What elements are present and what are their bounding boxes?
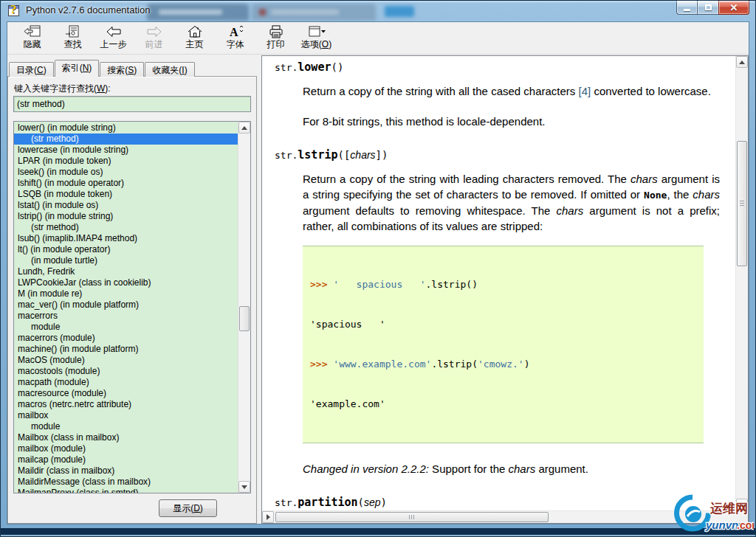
list-item[interactable]: machine() (in module platform) bbox=[14, 344, 238, 355]
text-run: chars bbox=[693, 188, 720, 201]
list-item-label: macpath (module) bbox=[18, 377, 89, 387]
list-item[interactable]: LPAR (in module token) bbox=[14, 156, 238, 167]
close-button[interactable]: ✕ bbox=[718, 1, 749, 15]
list-item[interactable]: Lundh, Fredrik bbox=[14, 266, 238, 277]
list-scroll-up-button[interactable] bbox=[238, 122, 250, 134]
content-horizontal-scrollbar[interactable] bbox=[262, 510, 735, 523]
main-area: 目录(C) 索引(N) 搜索(S) 收藏夹(I) 键入关键字进行查找(W): l… bbox=[7, 55, 749, 524]
content-vertical-scrollbar[interactable] bbox=[735, 56, 748, 510]
list-item-label: macros (netrc.netrc attribute) bbox=[18, 399, 131, 409]
home-label: 主页 bbox=[186, 39, 204, 49]
list-item[interactable]: lshift() (in module operator) bbox=[14, 178, 238, 189]
list-item[interactable]: macerrors (module) bbox=[14, 333, 238, 344]
list-item-label: mac_ver() (in module platform) bbox=[18, 299, 139, 310]
list-item[interactable]: macerrors bbox=[14, 311, 238, 322]
list-scroll-thumb[interactable] bbox=[239, 306, 250, 331]
arrow-up-icon bbox=[739, 58, 745, 64]
list-item[interactable]: MacOS (module) bbox=[14, 355, 238, 366]
print-button[interactable]: 打印 bbox=[255, 24, 296, 53]
show-button[interactable]: 显示(D) bbox=[159, 499, 217, 517]
code-line: 'spacious ' bbox=[310, 318, 696, 331]
list-item[interactable]: macpath (module) bbox=[14, 377, 238, 388]
list-item[interactable]: lower() (in module string) bbox=[14, 122, 238, 134]
scrollbar-corner bbox=[735, 510, 748, 523]
list-item[interactable]: Mailbox (class in mailbox) bbox=[14, 432, 238, 443]
locate-label: 查找 bbox=[64, 39, 82, 49]
list-item[interactable]: lt() (in module operator) bbox=[14, 244, 238, 255]
text-run: 'www.example.com' bbox=[333, 358, 431, 370]
back-label: 上一步 bbox=[100, 39, 127, 49]
hide-button[interactable]: 隐藏 bbox=[12, 24, 52, 53]
toolbar: 隐藏 查找 上一步 前进 bbox=[7, 22, 749, 55]
list-item-label: machine() (in module platform) bbox=[18, 344, 138, 354]
back-button[interactable]: 上一步 bbox=[93, 24, 134, 53]
list-item[interactable]: MailmanProxy (class in smtpd) bbox=[14, 488, 238, 493]
tab-index[interactable]: 索引(N) bbox=[55, 60, 100, 77]
tab-favorites[interactable]: 收藏夹(I) bbox=[145, 62, 194, 77]
home-button[interactable]: 主页 bbox=[174, 24, 215, 53]
documentation-body: str.lower() Return a copy of the string … bbox=[263, 57, 735, 510]
list-item[interactable]: (in module turtle) bbox=[14, 255, 238, 266]
code-line: >>> ' spacious '.lstrip() bbox=[310, 278, 696, 291]
text-run: ]) bbox=[376, 149, 388, 161]
list-item[interactable]: macros (netrc.netrc attribute) bbox=[14, 399, 238, 410]
content-pane: str.lower() Return a copy of the string … bbox=[261, 55, 749, 524]
keyword-input[interactable] bbox=[13, 96, 251, 112]
options-button[interactable]: 选项(O) bbox=[296, 24, 337, 53]
maximize-button[interactable] bbox=[698, 1, 718, 15]
list-item[interactable]: module bbox=[14, 421, 238, 432]
list-item-label: lt() (in module operator) bbox=[18, 244, 110, 254]
text-run: argument defaults to removing whitespace… bbox=[303, 204, 557, 217]
list-item[interactable]: mailcap (module) bbox=[14, 454, 238, 465]
text-run: str. bbox=[275, 497, 298, 508]
locate-button[interactable]: 查找 bbox=[52, 24, 93, 53]
list-item[interactable]: (str method) bbox=[14, 134, 238, 145]
list-item[interactable]: lstat() (in module os) bbox=[14, 200, 238, 211]
list-item[interactable]: mailbox (module) bbox=[14, 443, 238, 454]
list-item[interactable]: (str method) bbox=[14, 222, 238, 233]
list-item[interactable]: lsub() (imaplib.IMAP4 method) bbox=[14, 233, 238, 244]
doc-section-lstrip: str.lstrip([chars]) Return a copy of the… bbox=[275, 147, 720, 477]
list-item[interactable]: macresource (module) bbox=[14, 388, 238, 399]
text-run: .lstrip() bbox=[426, 279, 478, 290]
content-hscroll-thumb[interactable] bbox=[275, 512, 549, 522]
close-icon: ✕ bbox=[730, 3, 738, 13]
svg-text:A: A bbox=[230, 26, 238, 38]
method-signature-partition: str.partition(sep) bbox=[275, 494, 720, 510]
list-item-label: LPAR (in module token) bbox=[18, 156, 111, 166]
list-item[interactable]: Maildir (class in mailbox) bbox=[14, 465, 238, 477]
text-run: str. bbox=[275, 150, 298, 161]
tab-search[interactable]: 搜索(S) bbox=[100, 62, 144, 77]
list-item[interactable]: mailbox bbox=[14, 410, 238, 421]
list-scroll-down-button[interactable] bbox=[238, 481, 250, 493]
list-item-label: Maildir (class in mailbox) bbox=[18, 465, 114, 476]
list-item[interactable]: LSQB (in module token) bbox=[14, 189, 238, 200]
content-scroll-down-button[interactable] bbox=[736, 499, 748, 510]
list-item[interactable]: lstrip() (in module string) bbox=[14, 211, 238, 222]
list-item-label: lstat() (in module os) bbox=[18, 200, 98, 210]
text-run: lstrip bbox=[298, 148, 337, 162]
text-run: chars bbox=[509, 462, 536, 475]
font-button[interactable]: A 字体 bbox=[215, 24, 255, 53]
list-item[interactable]: module bbox=[14, 322, 238, 333]
list-item[interactable]: macostools (module) bbox=[14, 366, 238, 377]
list-item[interactable]: LWPCookieJar (class in cookielib) bbox=[14, 277, 238, 288]
list-item[interactable]: M (in module re) bbox=[14, 288, 238, 299]
list-item[interactable]: lowercase (in module string) bbox=[14, 145, 238, 156]
content-scroll-right-button[interactable] bbox=[262, 511, 274, 523]
window-controls: ✕ bbox=[676, 1, 749, 15]
list-scrollbar[interactable] bbox=[238, 122, 250, 493]
footnote-link[interactable]: [4] bbox=[579, 85, 591, 97]
list-item[interactable]: mac_ver() (in module platform) bbox=[14, 299, 238, 311]
forward-icon bbox=[146, 24, 162, 39]
keyword-label: 键入关键字进行查找(W): bbox=[14, 83, 111, 95]
content-vscroll-thumb[interactable] bbox=[737, 141, 747, 266]
list-item[interactable]: lseek() (in module os) bbox=[14, 167, 238, 178]
minimize-button[interactable] bbox=[676, 1, 698, 15]
paragraph: For 8-bit strings, this method is locale… bbox=[303, 114, 720, 129]
forward-button[interactable]: 前进 bbox=[134, 24, 174, 53]
text-run: argument. bbox=[535, 462, 588, 475]
content-scroll-up-button[interactable] bbox=[736, 56, 748, 68]
list-item[interactable]: MaildirMessage (class in mailbox) bbox=[14, 477, 238, 488]
tab-contents[interactable]: 目录(C) bbox=[9, 62, 54, 77]
